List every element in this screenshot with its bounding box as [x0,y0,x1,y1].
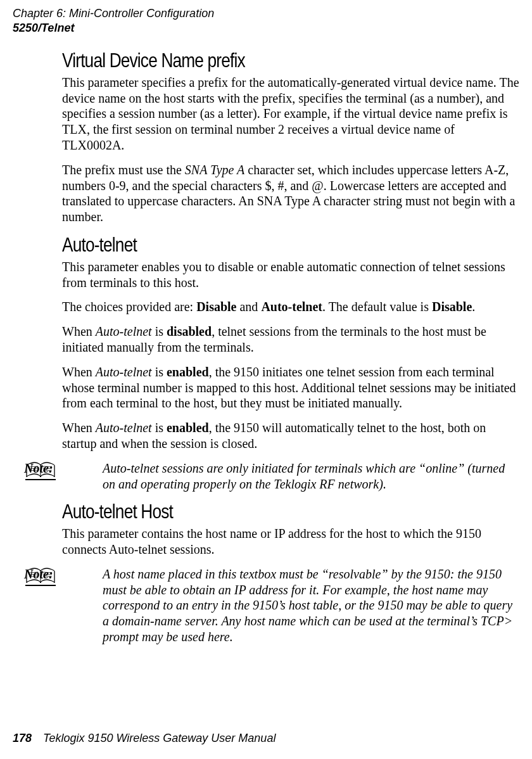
note-block: Note:A host name placed in this textbox … [25,566,519,645]
text: The prefix must use the [62,163,185,177]
footer-title: Teklogix 9150 Wireless Gateway User Manu… [43,732,276,744]
text: is [152,421,167,435]
text: When [62,365,96,379]
heading-auto-telnet: Auto-telnet [62,234,437,257]
text-bold: enabled [167,421,209,435]
text-bold: Auto-telnet [261,300,322,314]
paragraph: When Auto-telnet is disabled, telnet ses… [62,324,519,355]
text: The choices provided are: [62,300,196,314]
note-label: Note: [63,461,103,476]
heading-virtual-device-name-prefix: Virtual Device Name prefix [62,49,437,72]
paragraph: This parameter enables you to disable or… [62,259,519,291]
text: When [62,421,96,435]
text-bold: disabled [167,324,212,338]
note-body: A host name placed in this textbox must … [103,567,512,644]
text: is [152,365,167,379]
text: . The default value is [322,300,432,314]
page: Chapter 6: Mini-Controller Configuration… [0,0,532,759]
text-italic: Auto-telnet [96,365,152,379]
footer: 178Teklogix 9150 Wireless Gateway User M… [13,732,276,745]
page-number: 178 [13,732,32,744]
paragraph: The prefix must use the SNA Type A chara… [62,162,519,225]
running-header: Chapter 6: Mini-Controller Configuration… [13,6,214,35]
content: Virtual Device Name prefix This paramete… [62,49,519,654]
paragraph: The choices provided are: Disable and Au… [62,299,519,315]
text-italic: Auto-telnet [96,421,152,435]
paragraph: This parameter specifies a prefix for th… [62,75,519,153]
paragraph: When Auto-telnet is enabled, the 9150 wi… [62,420,519,452]
paragraph: This parameter contains the host name or… [62,526,519,558]
text-italic: SNA Type A [185,163,244,177]
text: and [236,300,261,314]
heading-auto-telnet-host: Auto-telnet Host [62,501,437,523]
text: . [472,300,475,314]
text-bold: Disable [432,300,472,314]
text: is [152,324,167,338]
text-bold: enabled [167,365,209,379]
header-chapter: Chapter 6: Mini-Controller Configuration [13,6,214,21]
text-bold: Disable [196,300,236,314]
note-text: Note:A host name placed in this textbox … [63,566,519,645]
note-body: Auto-telnet sessions are only initiated … [103,461,505,491]
paragraph: When Auto-telnet is enabled, the 9150 in… [62,364,519,411]
header-section: 5250/Telnet [13,21,214,35]
note-label: Note: [63,566,103,582]
note-text: Note:Auto-telnet sessions are only initi… [63,461,519,492]
note-block: Note:Auto-telnet sessions are only initi… [25,461,519,492]
text-italic: Auto-telnet [96,324,152,338]
text: When [62,324,96,338]
